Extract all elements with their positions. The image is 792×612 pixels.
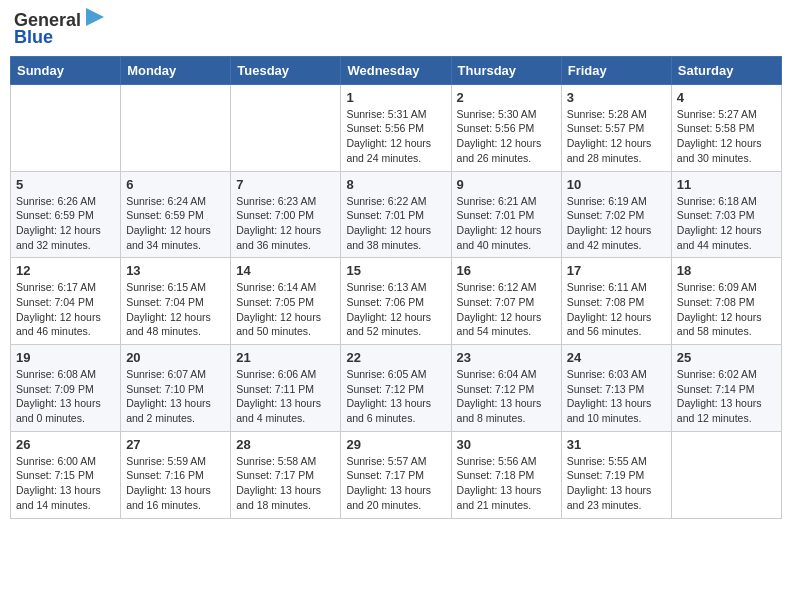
day-number: 1 xyxy=(346,90,445,105)
day-info: Sunrise: 6:15 AM Sunset: 7:04 PM Dayligh… xyxy=(126,280,225,339)
day-number: 22 xyxy=(346,350,445,365)
day-number: 17 xyxy=(567,263,666,278)
calendar-cell: 2Sunrise: 5:30 AM Sunset: 5:56 PM Daylig… xyxy=(451,84,561,171)
calendar-cell: 30Sunrise: 5:56 AM Sunset: 7:18 PM Dayli… xyxy=(451,431,561,518)
day-info: Sunrise: 6:04 AM Sunset: 7:12 PM Dayligh… xyxy=(457,367,556,426)
calendar-cell: 18Sunrise: 6:09 AM Sunset: 7:08 PM Dayli… xyxy=(671,258,781,345)
day-number: 25 xyxy=(677,350,776,365)
day-info: Sunrise: 6:08 AM Sunset: 7:09 PM Dayligh… xyxy=(16,367,115,426)
weekday-header-monday: Monday xyxy=(121,56,231,84)
calendar-table: SundayMondayTuesdayWednesdayThursdayFrid… xyxy=(10,56,782,519)
calendar-cell: 22Sunrise: 6:05 AM Sunset: 7:12 PM Dayli… xyxy=(341,345,451,432)
calendar-cell: 6Sunrise: 6:24 AM Sunset: 6:59 PM Daylig… xyxy=(121,171,231,258)
day-number: 12 xyxy=(16,263,115,278)
calendar-cell: 17Sunrise: 6:11 AM Sunset: 7:08 PM Dayli… xyxy=(561,258,671,345)
day-number: 5 xyxy=(16,177,115,192)
day-info: Sunrise: 5:27 AM Sunset: 5:58 PM Dayligh… xyxy=(677,107,776,166)
calendar-week-4: 19Sunrise: 6:08 AM Sunset: 7:09 PM Dayli… xyxy=(11,345,782,432)
calendar-cell xyxy=(671,431,781,518)
day-info: Sunrise: 5:56 AM Sunset: 7:18 PM Dayligh… xyxy=(457,454,556,513)
day-info: Sunrise: 6:12 AM Sunset: 7:07 PM Dayligh… xyxy=(457,280,556,339)
calendar-cell: 14Sunrise: 6:14 AM Sunset: 7:05 PM Dayli… xyxy=(231,258,341,345)
day-number: 15 xyxy=(346,263,445,278)
calendar-week-5: 26Sunrise: 6:00 AM Sunset: 7:15 PM Dayli… xyxy=(11,431,782,518)
logo-arrow-icon xyxy=(84,6,106,28)
svg-marker-0 xyxy=(86,8,104,26)
weekday-header-wednesday: Wednesday xyxy=(341,56,451,84)
day-number: 9 xyxy=(457,177,556,192)
day-info: Sunrise: 5:28 AM Sunset: 5:57 PM Dayligh… xyxy=(567,107,666,166)
logo-blue-text: Blue xyxy=(14,28,53,48)
calendar-cell: 7Sunrise: 6:23 AM Sunset: 7:00 PM Daylig… xyxy=(231,171,341,258)
logo: General Blue xyxy=(14,10,106,48)
calendar-cell xyxy=(11,84,121,171)
calendar-cell: 25Sunrise: 6:02 AM Sunset: 7:14 PM Dayli… xyxy=(671,345,781,432)
calendar-cell xyxy=(121,84,231,171)
day-info: Sunrise: 6:23 AM Sunset: 7:00 PM Dayligh… xyxy=(236,194,335,253)
day-number: 24 xyxy=(567,350,666,365)
calendar-cell: 13Sunrise: 6:15 AM Sunset: 7:04 PM Dayli… xyxy=(121,258,231,345)
page-header: General Blue xyxy=(10,10,782,48)
day-info: Sunrise: 5:31 AM Sunset: 5:56 PM Dayligh… xyxy=(346,107,445,166)
day-number: 7 xyxy=(236,177,335,192)
day-number: 14 xyxy=(236,263,335,278)
calendar-cell: 4Sunrise: 5:27 AM Sunset: 5:58 PM Daylig… xyxy=(671,84,781,171)
calendar-cell: 15Sunrise: 6:13 AM Sunset: 7:06 PM Dayli… xyxy=(341,258,451,345)
calendar-cell: 29Sunrise: 5:57 AM Sunset: 7:17 PM Dayli… xyxy=(341,431,451,518)
calendar-cell: 23Sunrise: 6:04 AM Sunset: 7:12 PM Dayli… xyxy=(451,345,561,432)
day-number: 13 xyxy=(126,263,225,278)
calendar-cell: 20Sunrise: 6:07 AM Sunset: 7:10 PM Dayli… xyxy=(121,345,231,432)
calendar-cell xyxy=(231,84,341,171)
calendar-cell: 28Sunrise: 5:58 AM Sunset: 7:17 PM Dayli… xyxy=(231,431,341,518)
calendar-cell: 12Sunrise: 6:17 AM Sunset: 7:04 PM Dayli… xyxy=(11,258,121,345)
day-info: Sunrise: 5:30 AM Sunset: 5:56 PM Dayligh… xyxy=(457,107,556,166)
day-info: Sunrise: 6:17 AM Sunset: 7:04 PM Dayligh… xyxy=(16,280,115,339)
calendar-week-2: 5Sunrise: 6:26 AM Sunset: 6:59 PM Daylig… xyxy=(11,171,782,258)
day-number: 26 xyxy=(16,437,115,452)
day-number: 30 xyxy=(457,437,556,452)
day-number: 28 xyxy=(236,437,335,452)
calendar-cell: 1Sunrise: 5:31 AM Sunset: 5:56 PM Daylig… xyxy=(341,84,451,171)
day-info: Sunrise: 6:26 AM Sunset: 6:59 PM Dayligh… xyxy=(16,194,115,253)
day-number: 21 xyxy=(236,350,335,365)
day-number: 18 xyxy=(677,263,776,278)
day-number: 23 xyxy=(457,350,556,365)
calendar-week-3: 12Sunrise: 6:17 AM Sunset: 7:04 PM Dayli… xyxy=(11,258,782,345)
day-number: 8 xyxy=(346,177,445,192)
day-number: 27 xyxy=(126,437,225,452)
calendar-cell: 27Sunrise: 5:59 AM Sunset: 7:16 PM Dayli… xyxy=(121,431,231,518)
calendar-header-row: SundayMondayTuesdayWednesdayThursdayFrid… xyxy=(11,56,782,84)
day-number: 31 xyxy=(567,437,666,452)
day-info: Sunrise: 6:13 AM Sunset: 7:06 PM Dayligh… xyxy=(346,280,445,339)
day-info: Sunrise: 6:22 AM Sunset: 7:01 PM Dayligh… xyxy=(346,194,445,253)
day-number: 11 xyxy=(677,177,776,192)
day-info: Sunrise: 6:02 AM Sunset: 7:14 PM Dayligh… xyxy=(677,367,776,426)
day-info: Sunrise: 6:11 AM Sunset: 7:08 PM Dayligh… xyxy=(567,280,666,339)
day-number: 6 xyxy=(126,177,225,192)
day-info: Sunrise: 5:57 AM Sunset: 7:17 PM Dayligh… xyxy=(346,454,445,513)
day-number: 3 xyxy=(567,90,666,105)
calendar-cell: 10Sunrise: 6:19 AM Sunset: 7:02 PM Dayli… xyxy=(561,171,671,258)
calendar-cell: 24Sunrise: 6:03 AM Sunset: 7:13 PM Dayli… xyxy=(561,345,671,432)
calendar-cell: 19Sunrise: 6:08 AM Sunset: 7:09 PM Dayli… xyxy=(11,345,121,432)
day-info: Sunrise: 5:55 AM Sunset: 7:19 PM Dayligh… xyxy=(567,454,666,513)
calendar-week-1: 1Sunrise: 5:31 AM Sunset: 5:56 PM Daylig… xyxy=(11,84,782,171)
calendar-cell: 9Sunrise: 6:21 AM Sunset: 7:01 PM Daylig… xyxy=(451,171,561,258)
calendar-cell: 8Sunrise: 6:22 AM Sunset: 7:01 PM Daylig… xyxy=(341,171,451,258)
day-info: Sunrise: 6:14 AM Sunset: 7:05 PM Dayligh… xyxy=(236,280,335,339)
weekday-header-thursday: Thursday xyxy=(451,56,561,84)
day-number: 2 xyxy=(457,90,556,105)
calendar-cell: 16Sunrise: 6:12 AM Sunset: 7:07 PM Dayli… xyxy=(451,258,561,345)
weekday-header-sunday: Sunday xyxy=(11,56,121,84)
weekday-header-friday: Friday xyxy=(561,56,671,84)
weekday-header-saturday: Saturday xyxy=(671,56,781,84)
day-number: 4 xyxy=(677,90,776,105)
day-info: Sunrise: 6:18 AM Sunset: 7:03 PM Dayligh… xyxy=(677,194,776,253)
day-info: Sunrise: 6:07 AM Sunset: 7:10 PM Dayligh… xyxy=(126,367,225,426)
day-info: Sunrise: 6:03 AM Sunset: 7:13 PM Dayligh… xyxy=(567,367,666,426)
day-info: Sunrise: 6:06 AM Sunset: 7:11 PM Dayligh… xyxy=(236,367,335,426)
day-number: 19 xyxy=(16,350,115,365)
calendar-cell: 31Sunrise: 5:55 AM Sunset: 7:19 PM Dayli… xyxy=(561,431,671,518)
day-info: Sunrise: 6:21 AM Sunset: 7:01 PM Dayligh… xyxy=(457,194,556,253)
calendar-cell: 5Sunrise: 6:26 AM Sunset: 6:59 PM Daylig… xyxy=(11,171,121,258)
